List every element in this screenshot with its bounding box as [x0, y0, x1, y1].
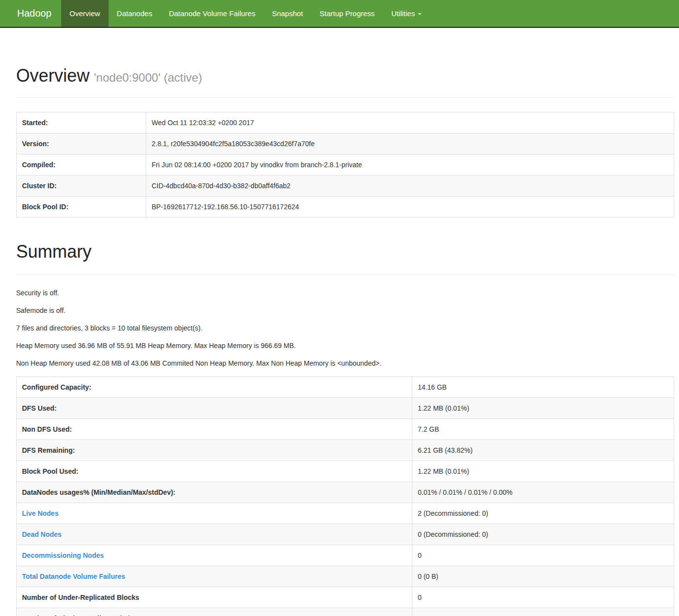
nav-item-label: Snapshot: [272, 9, 303, 18]
row-label: Configured Capacity:: [17, 376, 412, 397]
table-row: Total Datanode Volume Failures 0 (0 B): [17, 566, 674, 587]
row-value: 0 (Decommissioned: 0): [412, 524, 674, 545]
table-row: Non DFS Used: 7.2 GB: [17, 418, 674, 440]
table-row: Dead Nodes 0 (Decommissioned: 0): [17, 524, 674, 545]
summary-link[interactable]: Total Datanode Volume Failures: [22, 572, 125, 580]
navbar: Hadoop Overview Datanodes Datanode Volum…: [0, 0, 679, 28]
table-row: Started: Wed Oct 11 12:03:32 +0200 2017: [17, 112, 674, 133]
row-label-text: Non DFS Used:: [22, 425, 72, 433]
row-label: DataNodes usages% (Min/Median/Max/stdDev…: [17, 482, 412, 503]
namenode-address: 'node0:9000' (active): [94, 71, 202, 84]
overview-table: Started: Wed Oct 11 12:03:32 +0200 2017 …: [16, 112, 674, 218]
row-value: 1.22 MB (0.01%): [412, 397, 674, 418]
row-value: 2.8.1, r20fe5304904fc2f5a18053c389e43cd2…: [146, 133, 674, 154]
row-label: Number of Blocks Pending Deletion: [17, 608, 412, 616]
summary-paragraph: Heap Memory used 36.96 MB of 55.91 MB He…: [16, 341, 674, 351]
row-label-text: DataNodes usages% (Min/Median/Max/stdDev…: [22, 488, 176, 496]
nav-item-label: Utilities: [391, 9, 415, 18]
overview-header: Overview'node0:9000' (active): [16, 65, 674, 98]
summary-paragraph: Security is off.: [16, 288, 674, 298]
summary-paragraph: 7 files and directories, 3 blocks = 10 t…: [16, 324, 674, 333]
row-value: 2 (Decommissioned: 0): [412, 503, 674, 524]
summary-header: Summary: [16, 241, 674, 275]
summary-table: Configured Capacity: 14.16 GB DFS Used: …: [16, 376, 674, 616]
table-row: Number of Blocks Pending Deletion 0: [17, 608, 674, 616]
table-row: Configured Capacity: 14.16 GB: [17, 376, 674, 397]
table-row: DFS Used: 1.22 MB (0.01%): [17, 397, 674, 418]
nav-item[interactable]: Startup Progress: [311, 0, 383, 27]
row-label: Version:: [17, 133, 146, 154]
main-content: Overview'node0:9000' (active) Started: W…: [16, 65, 674, 616]
row-label-text: Block Pool Used:: [22, 467, 78, 475]
table-row: DataNodes usages% (Min/Median/Max/stdDev…: [17, 482, 674, 503]
row-label-text: Number of Under-Replicated Blocks: [22, 594, 139, 601]
nav-item-label: Overview: [69, 9, 100, 18]
nav-tabs: Overview Datanodes Datanode Volume Failu…: [61, 0, 430, 27]
chevron-down-icon: [418, 13, 422, 15]
table-row: Live Nodes 2 (Decommissioned: 0): [17, 503, 674, 524]
table-row: DFS Remaining: 6.21 GB (43.82%): [17, 440, 674, 461]
nav-item-label: Datanodes: [117, 9, 153, 18]
row-value: 1.22 MB (0.01%): [412, 461, 674, 482]
row-value: 14.16 GB: [412, 376, 674, 397]
row-label-text: DFS Used:: [22, 404, 57, 412]
row-value: 0: [412, 587, 674, 608]
summary-link[interactable]: Live Nodes: [22, 509, 59, 517]
nav-item[interactable]: Overview: [61, 0, 109, 27]
row-label: Cluster ID:: [17, 176, 146, 197]
table-row: Number of Under-Replicated Blocks 0: [17, 587, 674, 608]
row-value: 0: [412, 545, 674, 566]
row-value: 7.2 GB: [412, 418, 674, 440]
summary-paragraphs: Security is off. Safemode is off. 7 file…: [16, 288, 674, 369]
row-label: Block Pool ID:: [17, 197, 146, 218]
row-value: 0 (0 B): [412, 566, 674, 587]
nav-item[interactable]: Utilities: [383, 0, 430, 27]
table-row: Decommissioning Nodes 0: [17, 545, 674, 566]
row-label: Number of Under-Replicated Blocks: [17, 587, 412, 608]
row-label: Total Datanode Volume Failures: [17, 566, 412, 587]
summary-link[interactable]: Dead Nodes: [22, 530, 62, 538]
row-value: 0: [412, 608, 674, 616]
nav-item[interactable]: Datanode Volume Failures: [160, 0, 264, 27]
row-label: Dead Nodes: [17, 524, 412, 545]
table-row: Block Pool Used: 1.22 MB (0.01%): [17, 461, 674, 482]
nav-item-label: Startup Progress: [319, 9, 375, 18]
brand-hadoop[interactable]: Hadoop: [10, 0, 59, 27]
row-label: DFS Remaining:: [17, 440, 412, 461]
row-value: 0.01% / 0.01% / 0.01% / 0.00%: [412, 482, 674, 503]
row-label: Compiled:: [17, 154, 146, 176]
summary-paragraph: Safemode is off.: [16, 306, 674, 316]
row-label-text: DFS Remaining:: [22, 446, 75, 454]
nav-item[interactable]: Datanodes: [109, 0, 161, 27]
row-label: Live Nodes: [17, 503, 412, 524]
row-value: CID-4dbcd40a-870d-4d30-b382-db0aff4f6ab2: [146, 176, 674, 197]
page-title: Overview'node0:9000' (active): [16, 65, 674, 88]
row-label: Non DFS Used:: [17, 418, 412, 440]
nav-item-label: Datanode Volume Failures: [169, 9, 255, 18]
row-value: Wed Oct 11 12:03:32 +0200 2017: [146, 112, 674, 133]
table-row: Block Pool ID: BP-1692617712-192.168.56.…: [17, 197, 674, 218]
row-value: BP-1692617712-192.168.56.10-150771617262…: [146, 197, 674, 218]
row-label-text: Configured Capacity:: [22, 383, 91, 391]
table-row: Cluster ID: CID-4dbcd40a-870d-4d30-b382-…: [17, 176, 674, 197]
row-label: Decommissioning Nodes: [17, 545, 412, 566]
page-title-text: Overview: [16, 66, 90, 86]
summary-link[interactable]: Decommissioning Nodes: [22, 551, 104, 559]
row-value: 6.21 GB (43.82%): [412, 440, 674, 461]
summary-title: Summary: [16, 241, 674, 263]
row-label: Block Pool Used:: [17, 461, 412, 482]
table-row: Compiled: Fri Jun 02 08:14:00 +0200 2017…: [17, 154, 674, 176]
row-label: Started:: [17, 112, 146, 133]
summary-paragraph: Non Heap Memory used 42.08 MB of 43.06 M…: [16, 359, 674, 369]
nav-item[interactable]: Snapshot: [264, 0, 311, 27]
row-label: DFS Used:: [17, 397, 412, 418]
row-value: Fri Jun 02 08:14:00 +0200 2017 by vinodk…: [146, 154, 674, 176]
table-row: Version: 2.8.1, r20fe5304904fc2f5a18053c…: [17, 133, 674, 154]
